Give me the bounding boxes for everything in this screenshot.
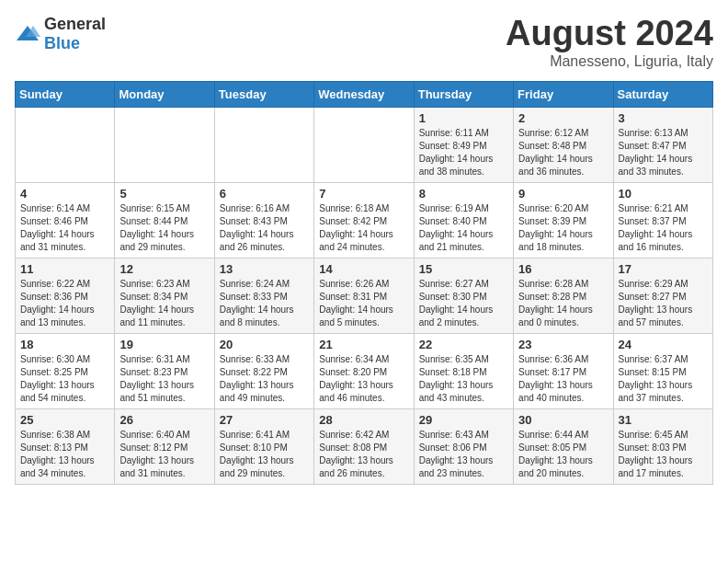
day-info: Sunrise: 6:26 AM Sunset: 8:31 PM Dayligh… [319, 278, 408, 329]
day-info: Sunrise: 6:34 AM Sunset: 8:20 PM Dayligh… [319, 353, 408, 405]
day-cell: 6Sunrise: 6:16 AM Sunset: 8:43 PM Daylig… [214, 182, 313, 258]
day-info: Sunrise: 6:33 AM Sunset: 8:22 PM Dayligh… [220, 353, 309, 405]
week-row-2: 4Sunrise: 6:14 AM Sunset: 8:46 PM Daylig… [16, 182, 713, 258]
day-cell: 1Sunrise: 6:11 AM Sunset: 8:49 PM Daylig… [414, 107, 513, 182]
day-cell: 28Sunrise: 6:42 AM Sunset: 8:08 PM Dayli… [314, 408, 414, 484]
day-info: Sunrise: 6:22 AM Sunset: 8:36 PM Dayligh… [20, 278, 109, 329]
day-info: Sunrise: 6:11 AM Sunset: 8:49 PM Dayligh… [419, 127, 508, 178]
day-number: 19 [119, 338, 209, 351]
logo-general: General [44, 15, 106, 33]
day-cell [115, 107, 214, 182]
day-number: 17 [619, 262, 708, 276]
day-cell: 20Sunrise: 6:33 AM Sunset: 8:22 PM Dayli… [214, 333, 313, 408]
day-info: Sunrise: 6:45 AM Sunset: 8:03 PM Dayligh… [619, 429, 708, 480]
day-cell [214, 107, 313, 182]
header-wednesday: Wednesday [314, 81, 414, 107]
day-number: 27 [220, 413, 309, 427]
day-cell: 7Sunrise: 6:18 AM Sunset: 8:42 PM Daylig… [314, 182, 414, 258]
calendar-header-row: SundayMondayTuesdayWednesdayThursdayFrid… [16, 81, 713, 107]
week-row-1: 1Sunrise: 6:11 AM Sunset: 8:49 PM Daylig… [16, 107, 713, 182]
day-number: 3 [619, 111, 708, 125]
day-cell: 16Sunrise: 6:28 AM Sunset: 8:28 PM Dayli… [514, 258, 613, 333]
day-info: Sunrise: 6:18 AM Sunset: 8:42 PM Dayligh… [319, 202, 408, 254]
day-number: 8 [419, 187, 508, 201]
day-info: Sunrise: 6:35 AM Sunset: 8:18 PM Dayligh… [419, 353, 508, 405]
day-cell: 27Sunrise: 6:41 AM Sunset: 8:10 PM Dayli… [214, 408, 313, 484]
day-cell: 22Sunrise: 6:35 AM Sunset: 8:18 PM Dayli… [414, 333, 513, 408]
day-cell: 11Sunrise: 6:22 AM Sunset: 8:36 PM Dayli… [16, 258, 115, 333]
day-number: 13 [220, 262, 309, 276]
month-title: August 2024 [506, 15, 713, 53]
day-number: 16 [518, 262, 608, 276]
day-info: Sunrise: 6:38 AM Sunset: 8:13 PM Dayligh… [20, 429, 109, 480]
day-cell: 12Sunrise: 6:23 AM Sunset: 8:34 PM Dayli… [115, 258, 214, 333]
day-info: Sunrise: 6:36 AM Sunset: 8:17 PM Dayligh… [518, 353, 608, 405]
day-info: Sunrise: 6:16 AM Sunset: 8:43 PM Dayligh… [220, 202, 309, 254]
calendar-table: SundayMondayTuesdayWednesdayThursdayFrid… [15, 81, 713, 485]
day-number: 30 [518, 413, 608, 427]
day-info: Sunrise: 6:12 AM Sunset: 8:48 PM Dayligh… [518, 127, 608, 178]
day-number: 6 [220, 187, 309, 201]
day-cell: 13Sunrise: 6:24 AM Sunset: 8:33 PM Dayli… [214, 258, 313, 333]
day-number: 15 [419, 262, 508, 276]
day-number: 2 [518, 111, 608, 125]
day-cell: 18Sunrise: 6:30 AM Sunset: 8:25 PM Dayli… [16, 333, 115, 408]
day-info: Sunrise: 6:29 AM Sunset: 8:27 PM Dayligh… [619, 278, 708, 329]
day-number: 21 [319, 338, 408, 351]
day-cell: 15Sunrise: 6:27 AM Sunset: 8:30 PM Dayli… [414, 258, 513, 333]
day-number: 20 [220, 338, 309, 351]
day-number: 14 [319, 262, 408, 276]
day-number: 31 [619, 413, 708, 427]
day-number: 7 [319, 187, 408, 201]
day-number: 4 [20, 187, 109, 201]
day-cell: 23Sunrise: 6:36 AM Sunset: 8:17 PM Dayli… [514, 333, 613, 408]
day-number: 5 [119, 187, 209, 201]
day-number: 23 [518, 338, 608, 351]
day-number: 26 [119, 413, 209, 427]
day-cell: 14Sunrise: 6:26 AM Sunset: 8:31 PM Dayli… [314, 258, 414, 333]
day-info: Sunrise: 6:30 AM Sunset: 8:25 PM Dayligh… [20, 353, 109, 405]
day-cell: 30Sunrise: 6:44 AM Sunset: 8:05 PM Dayli… [514, 408, 613, 484]
day-cell [16, 107, 115, 182]
day-info: Sunrise: 6:43 AM Sunset: 8:06 PM Dayligh… [419, 429, 508, 480]
day-info: Sunrise: 6:20 AM Sunset: 8:39 PM Dayligh… [518, 202, 608, 254]
day-info: Sunrise: 6:41 AM Sunset: 8:10 PM Dayligh… [220, 429, 309, 480]
header-friday: Friday [514, 81, 613, 107]
day-cell: 5Sunrise: 6:15 AM Sunset: 8:44 PM Daylig… [115, 182, 214, 258]
day-info: Sunrise: 6:15 AM Sunset: 8:44 PM Dayligh… [119, 202, 209, 254]
day-info: Sunrise: 6:23 AM Sunset: 8:34 PM Dayligh… [119, 278, 209, 329]
header-tuesday: Tuesday [214, 81, 313, 107]
day-info: Sunrise: 6:42 AM Sunset: 8:08 PM Dayligh… [319, 429, 408, 480]
day-number: 18 [20, 338, 109, 351]
header: General Blue August 2024 Manesseno, Ligu… [15, 15, 713, 70]
day-info: Sunrise: 6:14 AM Sunset: 8:46 PM Dayligh… [20, 202, 109, 254]
location-title: Manesseno, Liguria, Italy [506, 53, 713, 70]
week-row-5: 25Sunrise: 6:38 AM Sunset: 8:13 PM Dayli… [16, 408, 713, 484]
day-number: 28 [319, 413, 408, 427]
day-number: 29 [419, 413, 508, 427]
day-info: Sunrise: 6:19 AM Sunset: 8:40 PM Dayligh… [419, 202, 508, 254]
day-cell: 31Sunrise: 6:45 AM Sunset: 8:03 PM Dayli… [613, 408, 712, 484]
day-info: Sunrise: 6:44 AM Sunset: 8:05 PM Dayligh… [518, 429, 608, 480]
day-info: Sunrise: 6:28 AM Sunset: 8:28 PM Dayligh… [518, 278, 608, 329]
day-cell: 29Sunrise: 6:43 AM Sunset: 8:06 PM Dayli… [414, 408, 513, 484]
day-number: 24 [619, 338, 708, 351]
header-thursday: Thursday [414, 81, 513, 107]
day-info: Sunrise: 6:13 AM Sunset: 8:47 PM Dayligh… [619, 127, 708, 178]
week-row-3: 11Sunrise: 6:22 AM Sunset: 8:36 PM Dayli… [16, 258, 713, 333]
day-number: 11 [20, 262, 109, 276]
day-number: 9 [518, 187, 608, 201]
day-number: 25 [20, 413, 109, 427]
day-info: Sunrise: 6:21 AM Sunset: 8:37 PM Dayligh… [619, 202, 708, 254]
day-cell: 25Sunrise: 6:38 AM Sunset: 8:13 PM Dayli… [16, 408, 115, 484]
day-cell: 4Sunrise: 6:14 AM Sunset: 8:46 PM Daylig… [16, 182, 115, 258]
header-saturday: Saturday [613, 81, 712, 107]
day-cell: 19Sunrise: 6:31 AM Sunset: 8:23 PM Dayli… [115, 333, 214, 408]
day-cell: 10Sunrise: 6:21 AM Sunset: 8:37 PM Dayli… [613, 182, 712, 258]
header-sunday: Sunday [16, 81, 115, 107]
day-cell: 8Sunrise: 6:19 AM Sunset: 8:40 PM Daylig… [414, 182, 513, 258]
week-row-4: 18Sunrise: 6:30 AM Sunset: 8:25 PM Dayli… [16, 333, 713, 408]
day-info: Sunrise: 6:27 AM Sunset: 8:30 PM Dayligh… [419, 278, 508, 329]
day-cell: 2Sunrise: 6:12 AM Sunset: 8:48 PM Daylig… [514, 107, 613, 182]
logo-icon [15, 24, 40, 44]
